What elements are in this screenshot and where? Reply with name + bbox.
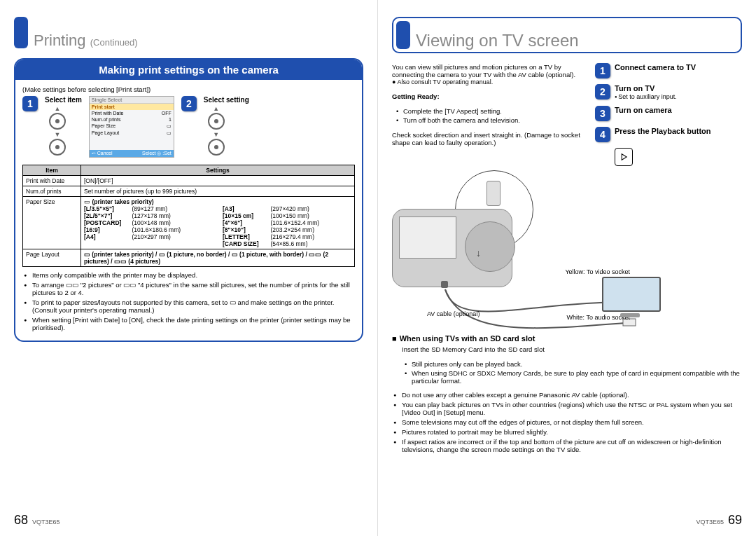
list-item: Pictures rotated to portrait may be blur… [402,428,742,436]
table-row: Print with Date [ON]/[OFF] [23,176,355,186]
list-item: If aspect ratios are incorrect or if the… [402,438,742,453]
steps-column: 1Connect camera to TV 2Turn on TVSet to … [595,63,742,166]
step-row: 2Turn on TVSet to auxiliary input. [595,84,742,100]
panel-heading: Making print settings on the camera [15,60,362,80]
step-row: 3Turn on camera [595,106,742,121]
yellow-label: Yellow: To video socket [565,268,630,275]
page-number: 69 [728,513,742,528]
step-badge: 4 [595,127,610,142]
list-item: When setting [Print with Date] to [ON], … [32,316,355,331]
list-item: Still pictures only can be played back. [412,360,742,368]
av-cable-label: AV cable (optional) [427,310,479,317]
dial-icon: ▲▼ [45,106,70,156]
tv-icon [602,277,658,315]
step-label: Turn on TV [615,84,677,93]
pre-note: (Make settings before selecting [Print s… [22,85,355,93]
list-item: To arrange ▭▭ "2 pictures" or ▭▭ "4 pict… [32,281,355,296]
th-item: Item [23,165,81,176]
step-1-badge: 1 [22,96,38,111]
svg-marker-0 [622,154,626,160]
list-item: Do not use any other cables except a gen… [402,391,742,399]
intro-text: You can view still pictures and motion p… [392,63,585,78]
title-text: Printing [34,32,86,49]
step-badge: 1 [595,63,610,78]
step-sub: Set to auxiliary input. [615,93,677,100]
list-item: To print to paper sizes/layouts not supp… [32,298,355,314]
list-item: Complete the [TV Aspect] setting. [403,107,585,115]
doc-id: VQT3E65 [696,518,724,525]
step-badge: 3 [595,106,610,121]
step-label: Turn on camera [615,106,672,115]
settings-table: Item Settings Print with Date [ON]/[OFF]… [22,165,355,267]
th-settings: Settings [81,165,355,176]
socket-note: Check socket direction and insert straig… [392,131,585,146]
camera-menu-preview: Single Select Print start Print with Dat… [89,96,174,158]
notes-list: Do not use any other cables except a gen… [392,391,742,453]
step-row: 4Press the Playback button [595,127,742,142]
page-footer: 68 VQT3E65 [14,513,60,528]
list-item: Turn off both the camera and television. [403,116,585,124]
playback-icon [615,148,633,166]
list-item: Some televisions may cut off the edges o… [402,418,742,426]
step-label: Connect camera to TV [615,63,696,72]
list-item: You can play back pictures on TVs in oth… [402,401,742,416]
dial-icon: ▲▼ [204,106,229,156]
page-number: 68 [14,513,28,528]
list-item: Items only compatible with the printer m… [32,271,355,279]
step-label: Press the Playback button [615,127,711,136]
page-title: Viewing on TV screen [392,17,742,53]
table-row: Num.of prints Set number of pictures (up… [23,186,355,197]
connection-diagram: ↓ Yellow: To video socket White: To audi… [392,170,742,310]
sd-lead: Insert the SD Memory Card into the SD ca… [392,345,742,353]
page-69: Viewing on TV screen You can view still … [378,0,756,536]
camera-illustration: ↓ Yellow: To video socket White: To audi… [392,170,560,310]
title-tab [396,21,410,49]
step-badge: 2 [595,84,610,99]
table-row: Page Layout ▭ (printer takes priority) /… [23,249,355,267]
title-text: Viewing on TV screen [416,32,579,49]
step-2-badge: 2 [181,96,197,111]
intro-column: You can view still pictures and motion p… [392,63,585,166]
title-continued: (Continued) [90,37,138,48]
step-1-label: Select item [45,96,82,104]
step-2-label: Select setting [204,96,249,104]
step-row: 1 Select item ▲▼ Single Select Print sta… [22,96,355,158]
table-row: Paper Size ▭ (printer takes priority) [L… [23,197,355,249]
step-row: 1Connect camera to TV [595,63,742,78]
page-footer: VQT3E65 69 [696,513,742,528]
notes-list: Items only compatible with the printer m… [22,271,355,331]
getting-ready-head: Getting Ready: [392,92,585,100]
title-tab [14,17,28,48]
page-title: Printing (Continued) [14,17,363,48]
page-68: Printing (Continued) Making print settin… [0,0,378,536]
doc-id: VQT3E65 [32,518,60,525]
print-settings-panel: Making print settings on the camera (Mak… [14,58,363,342]
list-item: When using SDHC or SDXC Memory Cards, be… [412,369,742,385]
manual-spread: Printing (Continued) Making print settin… [0,0,756,536]
